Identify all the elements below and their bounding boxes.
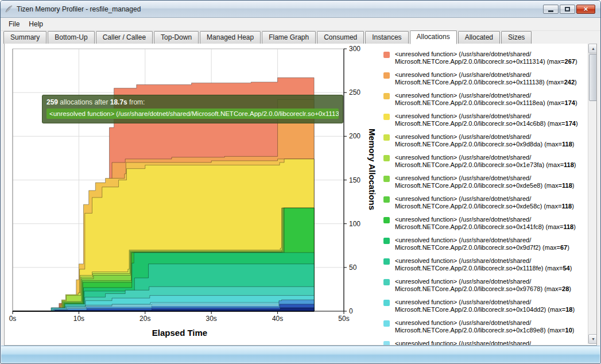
window-title: Tizen Memory Profiler - resfile_managed [17, 5, 141, 13]
legend-list: <unresolved function> (/usr/share/dotnet… [374, 47, 588, 346]
legend-label: <unresolved function> (/usr/share/dotnet… [395, 133, 574, 148]
minimize-icon [548, 10, 553, 12]
x-tick-label: 10s [73, 315, 84, 323]
legend-line2: Microsoft.NETCore.App/2.0.0/libcoreclr.s… [395, 265, 572, 272]
legend-item[interactable]: <unresolved function> (/usr/share/dotnet… [383, 257, 588, 272]
legend-close-paren: ) [572, 141, 575, 148]
app-window: Tizen Memory Profiler - resfile_managed … [0, 0, 601, 364]
legend-label: <unresolved function> (/usr/share/dotnet… [395, 175, 574, 189]
legend-label: <unresolved function> (/usr/share/dotnet… [395, 71, 577, 86]
legend-label: <unresolved function> (/usr/share/dotnet… [395, 278, 571, 293]
legend-line1: <unresolved function> (/usr/share/dotnet… [395, 340, 531, 346]
tooltip-time: 18.7s [110, 98, 127, 106]
legend-close-paren: ) [576, 120, 578, 127]
legend-close-paren: ) [575, 99, 577, 106]
legend-path: Microsoft.NETCore.App/2.0.0/libcoreclr.s… [395, 120, 565, 127]
legend-item[interactable]: <unresolved function> (/usr/share/dotnet… [383, 113, 588, 127]
legend-item[interactable]: <unresolved function> (/usr/share/dotnet… [383, 133, 588, 148]
allocations-chart: 0s10s20s30s40s50s050100150200250300 [8, 44, 377, 331]
tooltip-count: 259 [46, 98, 58, 106]
legend-path: Microsoft.NETCore.App/2.0.0/libcoreclr.s… [395, 161, 564, 168]
x-tick-label: 0s [9, 315, 17, 323]
legend-label: <unresolved function> (/usr/share/dotnet… [395, 195, 574, 210]
legend-scrollbar[interactable]: ▲ ▼ [588, 44, 597, 344]
scroll-down-button[interactable]: ▼ [588, 334, 597, 344]
legend-line2: Microsoft.NETCore.App/2.0.0/libcoreclr.s… [395, 141, 574, 148]
status-bar [1, 346, 600, 363]
legend-color-chip [383, 238, 390, 244]
maximize-button[interactable] [560, 5, 575, 14]
legend-max: 118 [563, 223, 573, 230]
legend-line1: <unresolved function> (/usr/share/dotnet… [395, 175, 574, 182]
legend-close-paren: ) [572, 306, 575, 313]
close-button[interactable]: × [576, 5, 595, 14]
legend-item[interactable]: <unresolved function> (/usr/share/dotnet… [383, 278, 588, 293]
legend-line2: Microsoft.NETCore.App/2.0.0/libcoreclr.s… [395, 223, 576, 231]
legend-item[interactable]: <unresolved function> (/usr/share/dotnet… [383, 175, 588, 189]
legend-path: Microsoft.NETCore.App/2.0.0/libcoreclr.s… [395, 244, 560, 251]
legend-max: 267 [565, 58, 575, 65]
y-tick-label: 100 [349, 220, 360, 228]
title-bar[interactable]: Tizen Memory Profiler - resfile_managed … [1, 1, 600, 18]
tab-instances[interactable]: Instances [365, 31, 408, 44]
tab-bottom-up[interactable]: Bottom-Up [48, 31, 94, 44]
legend-path: Microsoft.NETCore.App/2.0.0/libcoreclr.s… [395, 265, 563, 272]
legend-item[interactable]: <unresolved function> (/usr/share/dotnet… [383, 154, 588, 169]
legend-line1: <unresolved function> (/usr/share/dotnet… [395, 278, 571, 285]
tooltip-text-mid: allocations after [58, 98, 110, 106]
legend-item[interactable]: <unresolved function> (/usr/share/dotnet… [383, 51, 588, 65]
y-tick-label: 300 [349, 45, 360, 53]
legend-item[interactable]: <unresolved function> (/usr/share/dotnet… [383, 237, 588, 251]
legend-item[interactable]: <unresolved function> (/usr/share/dotnet… [383, 92, 588, 107]
legend-path: Microsoft.NETCore.App/2.0.0/libcoreclr.s… [395, 141, 562, 148]
tab-caller-callee[interactable]: Caller / Callee [96, 31, 153, 44]
legend-label: <unresolved function> (/usr/share/dotnet… [395, 154, 576, 169]
legend-close-paren: ) [573, 223, 576, 230]
legend-close-paren: ) [574, 161, 576, 168]
legend-max: 118 [564, 161, 574, 168]
legend-path: Microsoft.NETCore.App/2.0.0/libcoreclr.s… [395, 327, 565, 334]
legend-line1: <unresolved function> (/usr/share/dotnet… [395, 319, 574, 327]
legend-close-paren: ) [575, 79, 577, 86]
legend-label: <unresolved function> (/usr/share/dotnet… [395, 216, 576, 231]
legend-max: 118 [562, 141, 572, 148]
x-tick-label: 50s [338, 315, 349, 323]
x-tick-label: 20s [139, 315, 150, 323]
tab-top-down[interactable]: Top-Down [154, 31, 199, 44]
tab-flame-graph[interactable]: Flame Graph [262, 31, 316, 44]
tab-consumed[interactable]: Consumed [317, 31, 364, 44]
legend-line2: Microsoft.NETCore.App/2.0.0/libcoreclr.s… [395, 120, 578, 127]
menu-file[interactable]: File [4, 18, 24, 30]
scroll-up-button[interactable]: ▲ [588, 44, 597, 53]
tab-managed-heap[interactable]: Managed Heap [200, 31, 261, 44]
legend-close-paren: ) [572, 182, 575, 189]
tab-sizes[interactable]: Sizes [501, 31, 532, 44]
legend-label: <unresolved function> (/usr/share/dotnet… [395, 92, 577, 107]
x-tick-label: 40s [272, 315, 283, 323]
legend-item[interactable]: <unresolved function> (/usr/share/dotnet… [383, 71, 588, 86]
tab-allocated[interactable]: Allocated [458, 31, 500, 44]
tab-summary[interactable]: Summary [3, 31, 46, 44]
minimize-button[interactable] [543, 5, 559, 14]
legend-item[interactable]: <unresolved function> (/usr/share/dotnet… [383, 340, 588, 346]
legend-item[interactable]: <unresolved function> (/usr/share/dotnet… [383, 195, 588, 210]
scrollbar-thumb[interactable] [589, 54, 597, 101]
y-tick-label: 0 [349, 307, 353, 315]
legend-close-paren: ) [569, 285, 571, 292]
legend-item[interactable]: <unresolved function> (/usr/share/dotnet… [383, 216, 588, 231]
tab-allocations[interactable]: Allocations [410, 30, 457, 44]
tab-bar: SummaryBottom-UpCaller / CalleeTop-DownM… [1, 31, 600, 44]
legend-max: 118 [561, 203, 572, 210]
window-controls: × [543, 5, 597, 14]
legend-line2: Microsoft.NETCore.App/2.0.0/libcoreclr.s… [395, 182, 574, 189]
x-axis-label: Elapsed Time [73, 328, 286, 338]
menu-bar: File Help [1, 18, 600, 31]
legend-max: 174 [565, 120, 576, 127]
legend-item[interactable]: <unresolved function> (/usr/share/dotnet… [383, 299, 588, 313]
legend-item[interactable]: <unresolved function> (/usr/share/dotnet… [383, 319, 588, 334]
legend-close-paren: ) [575, 58, 577, 65]
legend-close-paren: ) [570, 265, 572, 272]
menu-help[interactable]: Help [24, 18, 48, 30]
legend-line2: Microsoft.NETCore.App/2.0.0/libcoreclr.s… [395, 327, 574, 334]
legend-color-chip [383, 258, 390, 265]
